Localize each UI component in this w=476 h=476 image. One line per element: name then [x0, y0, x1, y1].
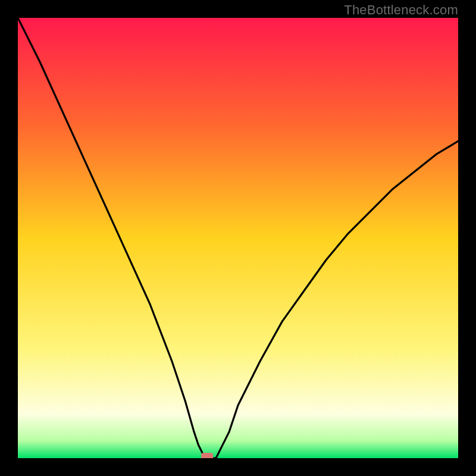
chart-frame: TheBottleneck.com	[0, 0, 476, 476]
chart-plot-area	[18, 18, 458, 458]
chart-svg	[18, 18, 458, 458]
watermark-text: TheBottleneck.com	[344, 2, 458, 18]
minimum-marker	[201, 453, 213, 458]
gradient-background	[18, 18, 458, 458]
